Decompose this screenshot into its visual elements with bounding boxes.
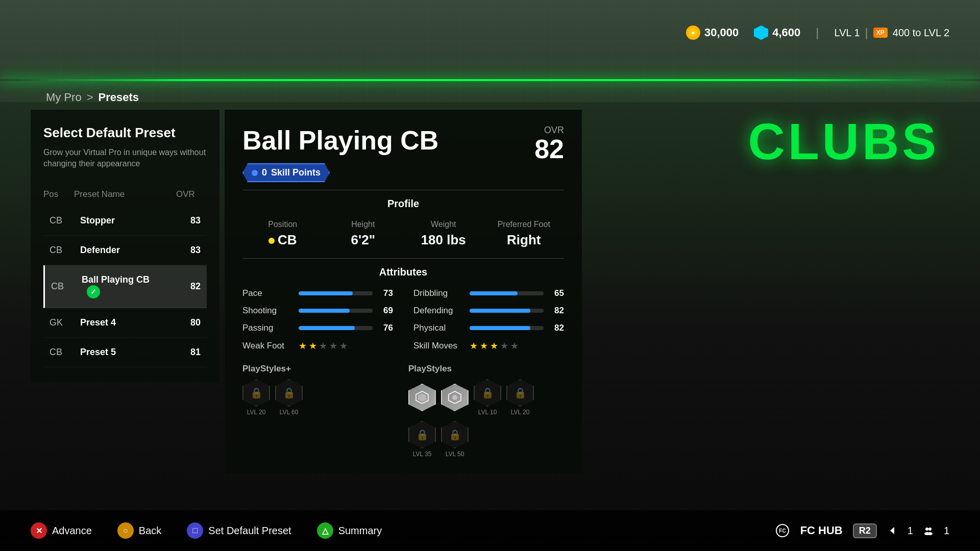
profile-height: Height 6'2"	[323, 220, 404, 248]
lock-icon-4: 🔒	[514, 387, 527, 399]
action-advance[interactable]: ✕ Advance	[31, 522, 92, 539]
stars-weakfoot: ★ ★ ★ ★ ★	[299, 340, 348, 352]
svg-marker-1	[418, 393, 426, 402]
attr-bar-shooting	[299, 309, 373, 313]
position-label: Position	[242, 220, 323, 229]
bottom-right: FC FC HUB R2 1 1	[775, 523, 949, 538]
weight-value: 180 lbs	[403, 232, 484, 248]
points-value: 4,600	[772, 26, 800, 39]
weight-label: Weight	[403, 220, 484, 229]
preset-row-selected[interactable]: CB Ball Playing CB ✓ 82	[43, 265, 207, 308]
attr-name-defending: Defending	[413, 306, 464, 316]
ps-shape-1	[408, 384, 436, 411]
left-panel-desc: Grow your Virtual Pro in unique ways wit…	[43, 147, 207, 170]
playstyles-title: PlayStyles	[408, 364, 564, 374]
skill-points-value: 0	[262, 167, 267, 178]
svg-point-3	[452, 395, 457, 400]
svg-point-10	[927, 532, 933, 535]
check-icon: ✓	[87, 285, 100, 298]
ps-icon-6: 🔒 LVL 50	[441, 421, 469, 458]
attr-weakfoot: Weak Foot ★ ★ ★ ★ ★	[242, 340, 393, 352]
attr-fill-shooting	[299, 309, 350, 313]
playstyles-plus-icons: 🔒 LVL 20 🔒 LVL 60	[242, 379, 398, 416]
bottom-bar: ✕ Advance ○ Back □ Set Default Preset △ …	[0, 510, 980, 551]
attr-value-shooting: 69	[378, 306, 393, 316]
preset-row[interactable]: CB Stopper 83	[43, 206, 207, 236]
attr-physical: Physical 82	[413, 323, 564, 333]
profile-weight: Weight 180 lbs	[403, 220, 484, 248]
attr-bar-defending	[470, 309, 544, 313]
ovr-value: 82	[534, 136, 564, 162]
ps-plus-shape-1: 🔒	[242, 379, 270, 407]
playstyles-icons: 🔒 LVL 10 🔒 LVL 20 🔒 LVL 35	[408, 379, 564, 458]
attr-value-defending: 82	[549, 306, 564, 316]
r2-badge: R2	[853, 523, 877, 538]
action-summary[interactable]: △ Summary	[317, 522, 382, 539]
pos-dot-icon	[268, 238, 275, 244]
attributes-section-title: Attributes	[242, 266, 564, 278]
profile-section-title: Profile	[242, 198, 564, 210]
ps-icon-4: 🔒 LVL 20	[506, 379, 534, 416]
attr-value-passing: 76	[378, 323, 393, 333]
skill-points-badge: 0 Skill Points	[242, 163, 330, 182]
lock-icon-3: 🔒	[481, 387, 494, 399]
attributes-grid: Pace 73 Shooting 69 Passing 76	[242, 288, 564, 359]
col-name: Preset Name	[74, 189, 176, 199]
svg-point-8	[928, 528, 932, 531]
preset-row[interactable]: CB Defender 83	[43, 236, 207, 265]
ps-shape-5: 🔒	[408, 421, 436, 448]
topbar-divider: |	[816, 26, 819, 40]
action-advance-label: Advance	[52, 525, 92, 537]
playstyles-plus-title: PlayStyles+	[242, 364, 398, 374]
profile-position: Position CB	[242, 220, 323, 248]
action-back[interactable]: ○ Back	[117, 522, 161, 539]
playstyles-plus-area: PlayStyles+ 🔒 LVL 20 🔒 LVL 60	[242, 364, 398, 458]
preset-name: Stopper	[80, 215, 170, 226]
playstyles-section: PlayStyles+ 🔒 LVL 20 🔒 LVL 60 PlayStyles	[242, 364, 564, 458]
action-back-label: Back	[139, 525, 161, 537]
lock-icon-6: 🔒	[449, 429, 461, 441]
profile-grid: Position CB Height 6'2" Weight 180 lbs P…	[242, 220, 564, 248]
breadcrumb-separator: >	[87, 91, 93, 104]
coins-value: 30,000	[704, 26, 739, 39]
breadcrumb-prev[interactable]: My Pro	[46, 91, 82, 104]
btn-tri-icon: △	[317, 522, 333, 539]
attr-name-skillmoves: Skill Moves	[413, 341, 464, 351]
attr-skillmoves: Skill Moves ★ ★ ★ ★ ★	[413, 340, 564, 352]
attr-defending: Defending 82	[413, 306, 564, 316]
xp-icon: XP	[873, 28, 888, 38]
skill-points-area: 0 Skill Points	[242, 163, 438, 182]
preset-pos: CB	[50, 215, 80, 226]
ps-shape-4: 🔒	[506, 379, 534, 407]
attr-bar-physical	[470, 326, 544, 330]
ps-icon-3: 🔒 LVL 10	[474, 379, 501, 416]
ps-lvl-5: LVL 35	[413, 450, 432, 458]
preset-name: Preset 5	[80, 347, 170, 358]
preset-name: Preset 4	[80, 317, 170, 328]
attr-name-physical: Physical	[413, 323, 464, 333]
attr-name-passing: Passing	[242, 323, 293, 333]
svg-point-7	[925, 528, 928, 531]
coin-icon: ●	[686, 26, 700, 40]
ceiling-bg	[0, 0, 980, 102]
preset-ovr: 81	[170, 347, 201, 358]
attributes-left: Pace 73 Shooting 69 Passing 76	[242, 288, 393, 359]
attr-fill-passing	[299, 326, 355, 330]
left-panel-title: Select Default Preset	[43, 125, 207, 141]
preset-row[interactable]: CB Preset 5 81	[43, 338, 207, 367]
people-icon	[923, 525, 934, 536]
right-panel: Ball Playing CB 0 Skill Points OVR 82 Pr…	[225, 110, 582, 473]
attr-name-dribbling: Dribbling	[413, 288, 464, 298]
preset-ovr: 82	[170, 281, 201, 292]
ps-plus-lvl-2: LVL 60	[280, 409, 299, 416]
attr-value-physical: 82	[549, 323, 564, 333]
btn-o-icon: ○	[117, 522, 134, 539]
preset-name: Ball Playing CB ✓	[82, 274, 170, 298]
preset-row[interactable]: GK Preset 4 80	[43, 308, 207, 338]
svg-text:FC: FC	[779, 528, 786, 534]
action-set-default[interactable]: □ Set Default Preset	[187, 522, 291, 539]
nav-count-2: 1	[944, 525, 949, 537]
btn-sq-icon: □	[187, 522, 203, 539]
ps-lvl-6: LVL 50	[446, 450, 464, 458]
ps-icon-1	[408, 384, 436, 411]
